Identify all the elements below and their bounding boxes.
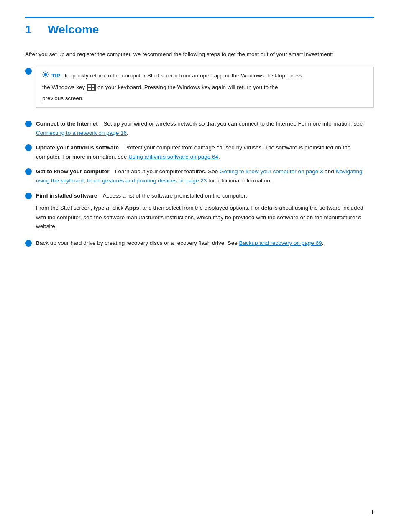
tip-bullet-dot xyxy=(25,68,32,75)
connect-term: Connect to the Internet xyxy=(36,121,98,127)
tip-text-line2: the Windows key xyxy=(42,83,85,93)
chapter-title: 1 Welcome xyxy=(25,23,374,36)
backup-content: Back up your hard drive by creating reco… xyxy=(36,239,374,248)
antivirus-item: Update your antivirus software—Protect y… xyxy=(25,143,374,161)
antivirus-bullet-dot xyxy=(25,144,32,151)
find-software-term: Find installed software xyxy=(36,193,97,199)
sub-text-2: , click xyxy=(109,205,125,211)
svg-rect-10 xyxy=(92,85,94,87)
antivirus-separator: — xyxy=(119,144,125,151)
tip-text-line3: on your keyboard. Pressing the Windows k… xyxy=(97,83,278,93)
main-bullet-list: TIP: To quickly return to the computer S… xyxy=(25,67,374,248)
tip-second-line: the Windows key on your keyboard. Pressi… xyxy=(42,83,368,93)
connect-text: Set up your wired or wireless network so… xyxy=(103,121,363,127)
svg-line-7 xyxy=(47,72,48,72)
antivirus-content: Update your antivirus software—Protect y… xyxy=(36,143,374,161)
sub-bold: Apps xyxy=(125,205,139,211)
svg-point-0 xyxy=(44,73,47,76)
get-to-know-link1[interactable]: Getting to know your computer on page 3 xyxy=(220,168,323,175)
page-header: 1 Welcome xyxy=(25,17,374,36)
intro-paragraph: After you set up and register the comput… xyxy=(25,50,374,59)
tip-text-line1: To quickly return to the computer Start … xyxy=(64,71,302,81)
chapter-number: 1 xyxy=(25,23,38,36)
backup-after: . xyxy=(322,240,324,246)
antivirus-link[interactable]: Using antivirus software on page 64 xyxy=(128,154,218,160)
svg-rect-9 xyxy=(88,85,91,87)
tip-first-line: TIP: To quickly return to the computer S… xyxy=(42,71,368,81)
tip-box: TIP: To quickly return to the computer S… xyxy=(36,67,374,108)
connect-separator: — xyxy=(98,121,104,127)
find-software-text: Access a list of the software preinstall… xyxy=(103,193,247,199)
chapter-title-text: Welcome xyxy=(48,23,99,36)
connect-internet-item: Connect to the Internet—Set up your wire… xyxy=(25,119,374,137)
connect-bullet-dot xyxy=(25,121,32,127)
backup-text: Back up your hard drive by creating reco… xyxy=(36,240,239,246)
sun-icon xyxy=(42,71,49,81)
get-to-know-bullet-dot xyxy=(25,168,32,175)
get-to-know-after: for additional information. xyxy=(207,177,271,184)
tip-label: TIP: xyxy=(42,71,62,81)
connect-content: Connect to the Internet—Set up your wire… xyxy=(36,119,374,137)
get-to-know-content: Get to know your computer—Learn about yo… xyxy=(36,167,374,185)
antivirus-term: Update your antivirus software xyxy=(36,144,119,151)
tip-text-line4: previous screen. xyxy=(42,95,84,101)
find-software-separator: — xyxy=(97,193,103,199)
svg-rect-12 xyxy=(92,88,94,90)
tip-bullet-item: TIP: To quickly return to the computer S… xyxy=(25,67,374,113)
backup-bullet-dot xyxy=(25,240,32,247)
svg-line-6 xyxy=(47,76,48,77)
find-software-sub: From the Start screen, type a, click App… xyxy=(36,203,374,231)
get-to-know-separator: — xyxy=(110,168,115,175)
svg-line-8 xyxy=(43,76,44,77)
backup-item: Back up your hard drive by creating reco… xyxy=(25,239,374,248)
find-software-bullet-dot xyxy=(25,193,32,199)
page-number: 1 xyxy=(371,509,374,515)
connect-link[interactable]: Connecting to a network on page 16 xyxy=(36,130,127,136)
backup-link[interactable]: Backup and recovery on page 69 xyxy=(239,240,322,246)
get-to-know-mid: and xyxy=(323,168,336,175)
antivirus-after-link: . xyxy=(218,154,220,160)
svg-rect-11 xyxy=(88,88,91,90)
get-to-know-term: Get to know your computer xyxy=(36,168,110,175)
sub-text-1: From the Start screen, type xyxy=(36,205,106,211)
get-to-know-item: Get to know your computer—Learn about yo… xyxy=(25,167,374,185)
tip-label-text: TIP: xyxy=(51,71,62,81)
find-software-content: Find installed software—Access a list of… xyxy=(36,191,374,233)
get-to-know-text: Learn about your computer features. See xyxy=(115,168,220,175)
page-container: 1 Welcome After you set up and register … xyxy=(25,17,374,248)
windows-key-icon xyxy=(87,84,96,91)
find-software-item: Find installed software—Access a list of… xyxy=(25,191,374,233)
tip-third-line: previous screen. xyxy=(42,94,368,103)
connect-after-link: . xyxy=(127,130,128,136)
svg-line-5 xyxy=(43,72,44,72)
